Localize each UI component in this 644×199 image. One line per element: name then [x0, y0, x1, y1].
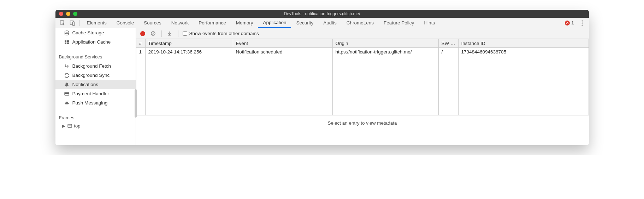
- svg-rect-9: [65, 42, 66, 44]
- svg-line-16: [152, 32, 155, 35]
- svg-rect-10: [67, 42, 69, 44]
- col-header-number[interactable]: #: [136, 39, 145, 48]
- sidebar-item-background-fetch[interactable]: Background Fetch: [55, 62, 136, 71]
- svg-rect-8: [67, 40, 69, 42]
- col-header-origin[interactable]: Origin: [332, 39, 438, 48]
- window-title: DevTools - notification-triggers.glitch.…: [55, 11, 589, 16]
- svg-point-4: [581, 22, 583, 23]
- bell-icon: [64, 82, 70, 87]
- checkbox-input[interactable]: [183, 31, 187, 36]
- sidebar-scrollbar[interactable]: [135, 89, 137, 118]
- top-tabs: Elements Console Sources Network Perform…: [82, 18, 440, 28]
- devtools-window: DevTools - notification-triggers.glitch.…: [55, 10, 589, 145]
- tab-audits[interactable]: Audits: [318, 18, 342, 28]
- table-header: # Timestamp Event Origin SW … Instance I…: [136, 39, 589, 48]
- cell-instance-id: 17348446094636705: [458, 48, 589, 115]
- col-header-instance-id[interactable]: Instance ID: [458, 39, 589, 48]
- col-header-event[interactable]: Event: [233, 39, 332, 48]
- credit-card-icon: [64, 91, 70, 96]
- frame-icon: [67, 124, 72, 128]
- clear-button[interactable]: [149, 30, 157, 38]
- tab-console[interactable]: Console: [112, 18, 139, 28]
- tab-security[interactable]: Security: [291, 18, 318, 28]
- sidebar-item-label: Cache Storage: [72, 30, 104, 36]
- save-button[interactable]: [166, 30, 174, 38]
- tab-feature-policy[interactable]: Feature Policy: [379, 18, 419, 28]
- svg-rect-2: [72, 22, 75, 25]
- events-table: # Timestamp Event Origin SW … Instance I…: [136, 39, 589, 115]
- frame-label: top: [74, 123, 81, 129]
- tab-hints[interactable]: Hints: [419, 18, 440, 28]
- sidebar-item-payment-handler[interactable]: Payment Handler: [55, 89, 136, 98]
- svg-point-3: [581, 20, 583, 21]
- tab-application[interactable]: Application: [258, 18, 291, 28]
- record-icon: [140, 31, 145, 36]
- cell-timestamp: 2019-10-24 14:17:36.256: [145, 48, 233, 115]
- cell-event: Notification scheduled: [233, 48, 332, 115]
- sidebar-item-push-messaging[interactable]: Push Messaging: [55, 98, 136, 108]
- tab-network[interactable]: Network: [166, 18, 194, 28]
- svg-point-6: [65, 31, 69, 32]
- device-toolbar-icon[interactable]: [67, 18, 77, 28]
- tab-chromelens[interactable]: ChromeLens: [342, 18, 379, 28]
- svg-rect-7: [65, 40, 66, 42]
- database-icon: [64, 30, 70, 35]
- main-area: Cache Storage Application Cache Backgrou…: [55, 28, 589, 145]
- console-error-badge[interactable]: ✕ 1: [565, 18, 574, 28]
- error-count: 1: [571, 20, 574, 25]
- cloud-icon: [64, 101, 70, 106]
- expand-triangle-icon: ▶: [62, 123, 65, 129]
- checkbox-label: Show events from other domains: [189, 31, 259, 36]
- sidebar-group-title: Frames: [55, 112, 136, 123]
- tab-sources[interactable]: Sources: [139, 18, 166, 28]
- col-header-timestamp[interactable]: Timestamp: [145, 39, 233, 48]
- show-other-domains-checkbox[interactable]: Show events from other domains: [183, 31, 259, 36]
- svg-rect-13: [68, 124, 72, 127]
- sidebar-item-application-cache[interactable]: Application Cache: [55, 38, 136, 47]
- error-icon: ✕: [565, 21, 570, 25]
- inspect-element-icon[interactable]: [58, 18, 67, 28]
- devtools-tabstrip: Elements Console Sources Network Perform…: [55, 18, 589, 28]
- cell-sw-scope: /: [438, 48, 458, 115]
- sidebar-item-label: Notifications: [72, 81, 99, 88]
- sidebar-item-label: Push Messaging: [72, 100, 108, 106]
- sidebar-item-notifications[interactable]: Notifications: [55, 80, 136, 89]
- col-header-sw-scope[interactable]: SW …: [438, 39, 458, 48]
- sidebar-item-cache-storage[interactable]: Cache Storage: [55, 28, 136, 38]
- fetch-icon: [64, 64, 70, 69]
- separator: [79, 20, 80, 26]
- sidebar-item-label: Payment Handler: [72, 91, 109, 97]
- svg-point-5: [581, 24, 583, 25]
- application-sidebar: Cache Storage Application Cache Backgrou…: [55, 28, 136, 145]
- sidebar-group-title: Background Services: [55, 51, 136, 62]
- record-button[interactable]: [139, 30, 147, 38]
- sidebar-item-label: Background Fetch: [72, 63, 111, 69]
- more-options-icon[interactable]: [578, 18, 587, 28]
- cell-origin: https://notification-triggers.glitch.me/: [332, 48, 438, 115]
- tab-elements[interactable]: Elements: [82, 18, 112, 28]
- titlebar: DevTools - notification-triggers.glitch.…: [55, 10, 589, 18]
- app-cache-icon: [64, 40, 70, 45]
- sidebar-item-background-sync[interactable]: Background Sync: [55, 71, 136, 80]
- tab-performance[interactable]: Performance: [194, 18, 231, 28]
- cell-number: 1: [136, 48, 145, 115]
- detail-prompt: Select an entry to view metadata: [136, 115, 589, 131]
- sync-icon: [64, 73, 70, 78]
- events-toolbar: Show events from other domains: [136, 28, 589, 39]
- events-table-wrap: # Timestamp Event Origin SW … Instance I…: [136, 39, 589, 115]
- sidebar-item-label: Application Cache: [72, 39, 111, 45]
- content-pane: Show events from other domains # Timesta…: [136, 28, 589, 145]
- table-row[interactable]: 1 2019-10-24 14:17:36.256 Notification s…: [136, 48, 589, 115]
- sidebar-item-label: Background Sync: [72, 72, 110, 79]
- tab-memory[interactable]: Memory: [231, 18, 258, 28]
- frames-root[interactable]: ▶ top: [55, 123, 136, 129]
